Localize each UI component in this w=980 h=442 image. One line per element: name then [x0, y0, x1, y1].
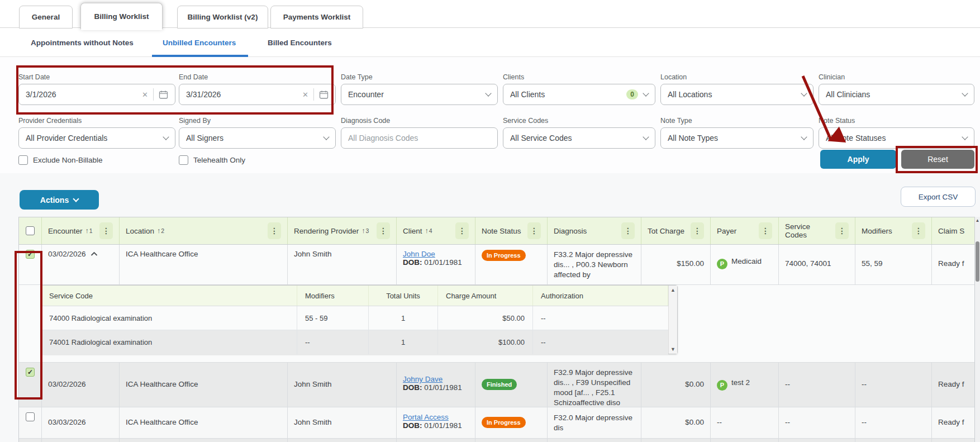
- table-row[interactable]: Portal Access F33.0 Major depressive dis…: [19, 439, 974, 442]
- column-header-claim-status[interactable]: Claim S: [932, 217, 976, 244]
- exclude-non-billable-checkbox[interactable]: Exclude Non-Billable: [18, 155, 103, 165]
- tab-billing-worklist-v2[interactable]: Billing Worklist (v2): [177, 6, 268, 28]
- export-csv-button[interactable]: Export CSV: [901, 187, 976, 207]
- column-menu-icon[interactable]: ⋮: [621, 222, 635, 239]
- collapse-row-icon[interactable]: [91, 251, 98, 256]
- chevron-down-icon: [643, 134, 649, 140]
- column-header-modifiers[interactable]: Modifiers ⋮: [855, 217, 932, 244]
- table-row[interactable]: ✓ 03/02/2026 ICA Healthcare Office John …: [19, 363, 974, 407]
- chevron-down-icon: [643, 90, 649, 96]
- column-header-note-status[interactable]: Note Status ⋮: [475, 217, 548, 244]
- column-header-payer[interactable]: Payer ⋮: [711, 217, 779, 244]
- row-checkbox[interactable]: ✓: [26, 250, 35, 259]
- provider-credentials-label: Provider Credentials: [18, 117, 82, 125]
- select-all-checkbox[interactable]: [26, 226, 35, 235]
- note-type-label: Note Type: [660, 117, 692, 125]
- end-date-label: End Date: [179, 73, 208, 81]
- column-header-client[interactable]: Client ↑4 ⋮: [397, 217, 475, 244]
- note-status-label: Note Status: [819, 117, 855, 125]
- service-codes-subtable: Service Code Modifiers Total Units Charg…: [41, 285, 678, 354]
- encounters-table: Encounter ↑1 ⋮ Location ↑2 ⋮ Rendering P…: [18, 217, 975, 442]
- column-menu-icon[interactable]: ⋮: [527, 222, 541, 239]
- column-menu-icon[interactable]: ⋮: [691, 222, 704, 239]
- actions-button[interactable]: Actions: [20, 190, 99, 210]
- service-codes-select[interactable]: All Service Codes: [503, 127, 655, 149]
- subtab-billed-encounters[interactable]: Billed Encounters: [268, 28, 332, 57]
- chevron-down-icon: [73, 196, 79, 202]
- telehealth-only-checkbox[interactable]: Telehealth Only: [179, 155, 245, 165]
- start-date-label: Start Date: [18, 73, 50, 81]
- clinician-label: Clinician: [819, 73, 845, 81]
- note-status-select[interactable]: All Note Statuses: [819, 127, 974, 149]
- table-header-row: Encounter ↑1 ⋮ Location ↑2 ⋮ Rendering P…: [19, 217, 974, 245]
- sort-asc-icon: ↑3: [361, 227, 369, 235]
- chevron-down-icon: [323, 134, 329, 140]
- clear-end-date-icon[interactable]: ✕: [302, 91, 308, 99]
- column-menu-icon[interactable]: ⋮: [835, 222, 849, 239]
- diagnosis-code-input[interactable]: All Diagnosis Codes: [341, 127, 498, 149]
- column-menu-icon[interactable]: ⋮: [268, 222, 281, 239]
- table-scrollbar[interactable]: ▲: [975, 217, 980, 442]
- date-type-label: Date Type: [341, 73, 373, 81]
- table-row[interactable]: 03/03/2026 ICA Healthcare Office John Sm…: [19, 407, 974, 439]
- scroll-up-icon[interactable]: ▲: [670, 287, 675, 293]
- checkbox-box[interactable]: [18, 155, 28, 165]
- column-header-location[interactable]: Location ↑2 ⋮: [120, 217, 288, 244]
- column-menu-icon[interactable]: ⋮: [99, 222, 113, 239]
- column-header-diagnosis[interactable]: Diagnosis ⋮: [548, 217, 641, 244]
- column-menu-icon[interactable]: ⋮: [759, 222, 772, 239]
- subtable-scrollbar[interactable]: ▲ ▼: [668, 286, 677, 354]
- status-badge: In Progress: [482, 417, 526, 428]
- row-checkbox[interactable]: [26, 412, 35, 421]
- tab-billing-worklist[interactable]: Billing Worklist: [80, 3, 163, 29]
- reset-button[interactable]: Reset: [901, 150, 974, 169]
- tab-payments-worklist[interactable]: Payments Worklist: [270, 6, 363, 28]
- sort-asc-icon: ↑2: [157, 227, 164, 235]
- signed-by-label: Signed By: [179, 117, 211, 125]
- calendar-icon[interactable]: [159, 90, 168, 99]
- provider-credentials-select[interactable]: All Provider Credentials: [18, 127, 175, 149]
- subtable-row[interactable]: 74000 Radiological examination 55 - 59 1…: [41, 306, 668, 330]
- column-menu-icon[interactable]: ⋮: [377, 222, 390, 239]
- status-badge: Finished: [482, 379, 517, 390]
- column-menu-icon[interactable]: ⋮: [912, 222, 925, 239]
- location-select[interactable]: All Locations: [660, 84, 814, 105]
- client-link[interactable]: Johny Dave: [403, 375, 443, 383]
- calendar-icon[interactable]: [319, 90, 329, 99]
- column-header-tot-charge[interactable]: Tot Charge ⋮: [641, 217, 711, 244]
- subtable-row[interactable]: 74001 Radiological examination -- 1 $100…: [41, 330, 668, 354]
- subtab-appointments-without-notes[interactable]: Appointments without Notes: [31, 28, 134, 57]
- client-link[interactable]: John Doe: [403, 250, 435, 258]
- clients-select[interactable]: All Clients 0: [503, 84, 655, 105]
- date-type-select[interactable]: Encounter: [341, 84, 498, 105]
- status-badge: In Progress: [482, 250, 526, 261]
- scroll-down-icon[interactable]: ▼: [670, 346, 675, 352]
- chevron-down-icon: [962, 90, 968, 96]
- table-row[interactable]: ✓ 03/02/2026 ICA Healthcare Office John …: [19, 245, 974, 285]
- scrollbar-thumb[interactable]: [976, 241, 979, 282]
- scroll-up-icon[interactable]: ▲: [975, 218, 980, 223]
- column-header-rendering-provider[interactable]: Rendering Provider ↑3 ⋮: [288, 217, 397, 244]
- start-date-input[interactable]: ✕: [18, 84, 175, 105]
- column-header-service-codes[interactable]: Service Codes ⋮: [779, 217, 855, 244]
- note-type-select[interactable]: All Note Types: [660, 127, 814, 149]
- subtab-unbilled-encounters[interactable]: Unbilled Encounters: [163, 28, 236, 57]
- tab-general[interactable]: General: [19, 6, 73, 28]
- end-date-value[interactable]: [186, 90, 299, 99]
- signed-by-select[interactable]: All Signers: [179, 127, 336, 149]
- clients-label: Clients: [503, 73, 524, 81]
- column-header-encounter[interactable]: Encounter ↑1 ⋮: [42, 217, 120, 244]
- diagnosis-code-label: Diagnosis Code: [341, 117, 390, 125]
- apply-button[interactable]: Apply: [820, 150, 896, 169]
- end-date-input[interactable]: ✕: [179, 84, 336, 105]
- chevron-down-icon: [163, 134, 169, 140]
- row-checkbox[interactable]: ✓: [26, 368, 35, 377]
- clinician-select[interactable]: All Clinicians: [819, 84, 974, 105]
- clear-start-date-icon[interactable]: ✕: [142, 91, 148, 99]
- client-link[interactable]: Portal Access: [403, 413, 449, 421]
- sub-tab-bar: Appointments without Notes Unbilled Enco…: [0, 28, 980, 57]
- start-date-value[interactable]: [26, 90, 139, 99]
- chevron-down-icon: [962, 134, 968, 140]
- column-menu-icon[interactable]: ⋮: [455, 222, 469, 239]
- checkbox-box[interactable]: [179, 155, 188, 165]
